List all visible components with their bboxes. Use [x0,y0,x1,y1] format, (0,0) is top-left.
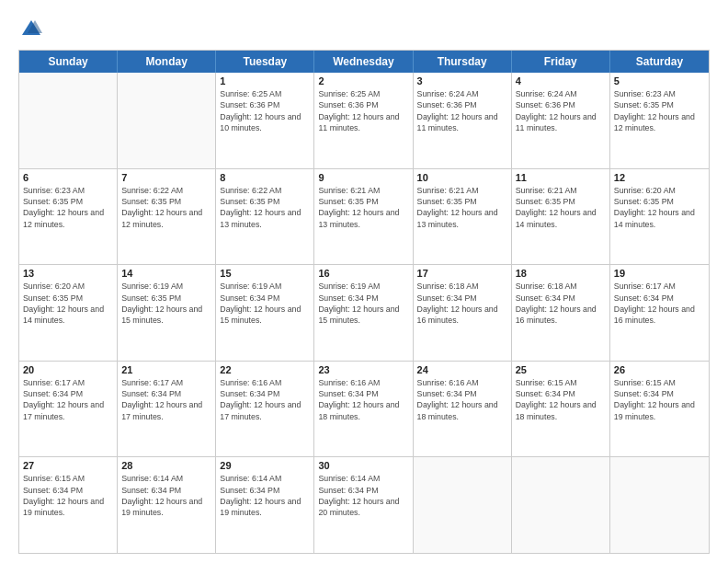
page: SundayMondayTuesdayWednesdayThursdayFrid… [0,0,728,563]
cell-day-number: 21 [121,364,211,375]
weekday-header-sunday: Sunday [19,51,118,73]
cell-info: Sunrise: 6:17 AM Sunset: 6:34 PM Dayligh… [614,281,705,326]
calendar-cell: 27Sunrise: 6:15 AM Sunset: 6:34 PM Dayli… [19,457,118,553]
calendar-cell: 15Sunrise: 6:19 AM Sunset: 6:34 PM Dayli… [216,265,314,361]
cell-day-number: 19 [614,268,705,279]
calendar: SundayMondayTuesdayWednesdayThursdayFrid… [18,50,710,554]
calendar-row: 20Sunrise: 6:17 AM Sunset: 6:34 PM Dayli… [19,361,709,457]
cell-day-number: 15 [220,268,310,279]
cell-day-number: 11 [516,172,606,183]
cell-info: Sunrise: 6:14 AM Sunset: 6:34 PM Dayligh… [121,473,211,518]
cell-day-number: 2 [318,75,408,86]
cell-day-number: 9 [318,172,408,183]
cell-day-number: 24 [417,364,507,375]
cell-info: Sunrise: 6:20 AM Sunset: 6:35 PM Dayligh… [23,281,113,326]
calendar-cell: 24Sunrise: 6:16 AM Sunset: 6:34 PM Dayli… [414,362,512,457]
calendar-cell: 4Sunrise: 6:24 AM Sunset: 6:36 PM Daylig… [512,73,610,168]
cell-info: Sunrise: 6:16 AM Sunset: 6:34 PM Dayligh… [220,377,310,422]
cell-day-number: 18 [516,268,606,279]
weekday-header-tuesday: Tuesday [216,51,314,73]
calendar-cell: 30Sunrise: 6:14 AM Sunset: 6:34 PM Dayli… [314,457,413,553]
cell-day-number: 8 [220,172,310,183]
calendar-cell [118,73,216,168]
cell-day-number: 26 [614,364,705,375]
calendar-cell: 21Sunrise: 6:17 AM Sunset: 6:34 PM Dayli… [118,362,216,457]
calendar-cell: 14Sunrise: 6:19 AM Sunset: 6:35 PM Dayli… [118,265,216,361]
cell-day-number: 29 [220,460,310,471]
cell-info: Sunrise: 6:15 AM Sunset: 6:34 PM Dayligh… [516,377,606,422]
cell-day-number: 13 [23,268,113,279]
calendar-cell: 5Sunrise: 6:23 AM Sunset: 6:35 PM Daylig… [610,73,709,168]
cell-info: Sunrise: 6:17 AM Sunset: 6:34 PM Dayligh… [121,377,211,422]
calendar-cell: 29Sunrise: 6:14 AM Sunset: 6:34 PM Dayli… [216,457,314,553]
cell-day-number: 20 [23,364,113,375]
cell-info: Sunrise: 6:19 AM Sunset: 6:34 PM Dayligh… [318,281,408,326]
cell-info: Sunrise: 6:14 AM Sunset: 6:34 PM Dayligh… [220,473,310,518]
calendar-cell: 18Sunrise: 6:18 AM Sunset: 6:34 PM Dayli… [512,265,610,361]
calendar-cell: 13Sunrise: 6:20 AM Sunset: 6:35 PM Dayli… [19,265,118,361]
cell-day-number: 30 [318,460,408,471]
calendar-cell: 10Sunrise: 6:21 AM Sunset: 6:35 PM Dayli… [414,169,512,265]
cell-day-number: 5 [614,75,705,86]
cell-day-number: 7 [121,172,211,183]
calendar-body: 1Sunrise: 6:25 AM Sunset: 6:36 PM Daylig… [19,73,709,553]
cell-info: Sunrise: 6:14 AM Sunset: 6:34 PM Dayligh… [318,473,408,518]
cell-info: Sunrise: 6:17 AM Sunset: 6:34 PM Dayligh… [23,377,113,422]
cell-info: Sunrise: 6:18 AM Sunset: 6:34 PM Dayligh… [516,281,606,326]
cell-info: Sunrise: 6:25 AM Sunset: 6:36 PM Dayligh… [220,88,310,133]
calendar-cell: 12Sunrise: 6:20 AM Sunset: 6:35 PM Dayli… [610,169,709,265]
cell-info: Sunrise: 6:19 AM Sunset: 6:35 PM Dayligh… [121,281,211,326]
calendar-cell: 6Sunrise: 6:23 AM Sunset: 6:35 PM Daylig… [19,169,118,265]
calendar-cell: 16Sunrise: 6:19 AM Sunset: 6:34 PM Dayli… [314,265,413,361]
cell-day-number: 6 [23,172,113,183]
calendar-row: 27Sunrise: 6:15 AM Sunset: 6:34 PM Dayli… [19,456,709,553]
cell-info: Sunrise: 6:18 AM Sunset: 6:34 PM Dayligh… [417,281,507,326]
cell-info: Sunrise: 6:16 AM Sunset: 6:34 PM Dayligh… [417,377,507,422]
weekday-header-wednesday: Wednesday [314,51,413,73]
cell-info: Sunrise: 6:15 AM Sunset: 6:34 PM Dayligh… [23,473,113,518]
cell-info: Sunrise: 6:21 AM Sunset: 6:35 PM Dayligh… [516,185,606,230]
logo [18,17,48,42]
weekday-header-monday: Monday [118,51,216,73]
cell-day-number: 17 [417,268,507,279]
calendar-row: 1Sunrise: 6:25 AM Sunset: 6:36 PM Daylig… [19,73,709,168]
header [18,17,710,42]
calendar-cell [414,457,512,553]
calendar-row: 6Sunrise: 6:23 AM Sunset: 6:35 PM Daylig… [19,168,709,265]
calendar-cell: 1Sunrise: 6:25 AM Sunset: 6:36 PM Daylig… [216,73,314,168]
cell-info: Sunrise: 6:19 AM Sunset: 6:34 PM Dayligh… [220,281,310,326]
cell-info: Sunrise: 6:22 AM Sunset: 6:35 PM Dayligh… [121,185,211,230]
calendar-cell: 7Sunrise: 6:22 AM Sunset: 6:35 PM Daylig… [118,169,216,265]
cell-day-number: 12 [614,172,705,183]
calendar-cell: 3Sunrise: 6:24 AM Sunset: 6:36 PM Daylig… [414,73,512,168]
cell-info: Sunrise: 6:22 AM Sunset: 6:35 PM Dayligh… [220,185,310,230]
cell-day-number: 23 [318,364,408,375]
weekday-header-friday: Friday [512,51,610,73]
cell-day-number: 16 [318,268,408,279]
calendar-cell [19,73,118,168]
calendar-header: SundayMondayTuesdayWednesdayThursdayFrid… [19,51,709,73]
cell-day-number: 1 [220,75,310,86]
cell-info: Sunrise: 6:23 AM Sunset: 6:35 PM Dayligh… [23,185,113,230]
weekday-header-saturday: Saturday [610,51,709,73]
cell-info: Sunrise: 6:25 AM Sunset: 6:36 PM Dayligh… [318,88,408,133]
cell-info: Sunrise: 6:24 AM Sunset: 6:36 PM Dayligh… [516,88,606,133]
calendar-cell: 25Sunrise: 6:15 AM Sunset: 6:34 PM Dayli… [512,362,610,457]
calendar-cell: 9Sunrise: 6:21 AM Sunset: 6:35 PM Daylig… [314,169,413,265]
cell-day-number: 27 [23,460,113,471]
cell-day-number: 22 [220,364,310,375]
cell-info: Sunrise: 6:20 AM Sunset: 6:35 PM Dayligh… [614,185,705,230]
cell-info: Sunrise: 6:24 AM Sunset: 6:36 PM Dayligh… [417,88,507,133]
calendar-cell: 2Sunrise: 6:25 AM Sunset: 6:36 PM Daylig… [314,73,413,168]
cell-day-number: 25 [516,364,606,375]
calendar-row: 13Sunrise: 6:20 AM Sunset: 6:35 PM Dayli… [19,264,709,361]
calendar-cell: 20Sunrise: 6:17 AM Sunset: 6:34 PM Dayli… [19,362,118,457]
cell-day-number: 28 [121,460,211,471]
logo-icon [18,17,44,42]
cell-info: Sunrise: 6:23 AM Sunset: 6:35 PM Dayligh… [614,88,705,133]
cell-info: Sunrise: 6:16 AM Sunset: 6:34 PM Dayligh… [318,377,408,422]
cell-day-number: 3 [417,75,507,86]
weekday-header-thursday: Thursday [414,51,512,73]
calendar-cell: 23Sunrise: 6:16 AM Sunset: 6:34 PM Dayli… [314,362,413,457]
calendar-cell: 17Sunrise: 6:18 AM Sunset: 6:34 PM Dayli… [414,265,512,361]
